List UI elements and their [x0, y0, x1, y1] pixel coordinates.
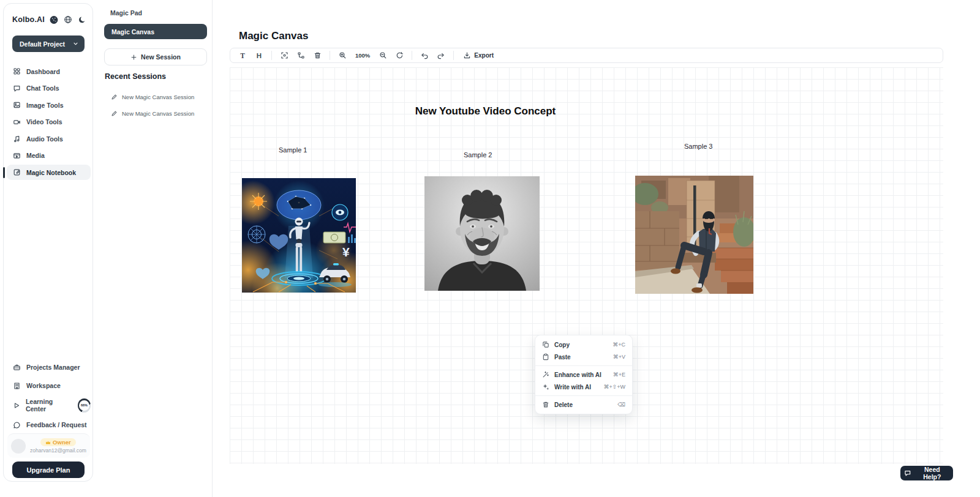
menu-item-label: Copy [554, 342, 570, 348]
sidebar-item-feedback[interactable]: Feedback / Request [7, 419, 91, 431]
dashboard-icon [13, 67, 21, 75]
sparkles-icon [542, 383, 549, 390]
upgrade-plan-button[interactable]: Upgrade Plan [12, 461, 85, 478]
paste-icon [542, 353, 549, 361]
context-menu-delete[interactable]: Delete ⌫ [535, 398, 632, 411]
sidebar-item-projects-manager[interactable]: Projects Manager [7, 361, 91, 373]
primary-sidebar: Kolbo.AI Default Project Dashboard Chat … [3, 3, 93, 482]
redo-icon [437, 51, 445, 59]
canvas-image-man-ruins[interactable] [635, 176, 753, 294]
brand-logo: Kolbo.AI [12, 15, 87, 24]
reset-view-button[interactable] [393, 50, 405, 61]
menu-item-shortcut: ⌘+⇧+W [603, 384, 625, 390]
role-badge: Owner [40, 438, 76, 446]
project-selector[interactable]: Default Project [12, 36, 85, 52]
sidebar-item-label: Audio Tools [26, 135, 63, 143]
building-icon [13, 382, 21, 390]
user-account-card[interactable]: Owner zoharvan12@gmail.com [7, 433, 90, 458]
tab-magic-pad[interactable]: Magic Pad [110, 9, 142, 17]
sidebar-item-label: Magic Notebook [26, 169, 76, 176]
menu-item-shortcut: ⌘+V [613, 354, 625, 360]
avatar [11, 439, 26, 454]
sidebar-item-learning-center[interactable]: Learning Center 66% [7, 397, 91, 413]
menu-divider [535, 365, 632, 366]
sidebar-item-dashboard[interactable]: Dashboard [7, 64, 91, 79]
new-session-button[interactable]: New Session [104, 48, 207, 65]
sidebar-item-audio-tools[interactable]: Audio Tools [7, 131, 91, 146]
capture-select-button[interactable] [278, 50, 290, 61]
need-help-label: Need Help? [915, 466, 949, 480]
context-menu-enhance-ai[interactable]: Enhance with AI ⌘+E [535, 368, 632, 381]
sidebar-item-label: Projects Manager [26, 364, 80, 371]
sidebar-item-label: Image Tools [26, 102, 63, 109]
play-icon [13, 402, 20, 409]
zoom-in-button[interactable] [336, 50, 349, 61]
context-menu-copy[interactable]: Copy ⌘+C [535, 338, 632, 351]
plus-icon [130, 54, 137, 61]
copy-icon [542, 341, 549, 348]
session-list-item[interactable]: New Magic Canvas Session [111, 108, 209, 118]
toolbar-divider [453, 51, 454, 60]
new-session-label: New Session [141, 53, 181, 61]
redo-button[interactable] [435, 50, 447, 61]
sidebar-item-label: Video Tools [26, 118, 62, 125]
sidebar-item-image-tools[interactable]: Image Tools [7, 97, 91, 113]
sidebar-item-video-tools[interactable]: Video Tools [7, 114, 91, 130]
feedback-icon [13, 421, 21, 429]
canvas-sample-label[interactable]: Sample 1 [279, 146, 307, 154]
globe-icon[interactable] [63, 15, 73, 24]
canvas-toolbar: T H 100% Export [230, 48, 943, 63]
rotate-reset-icon [396, 51, 404, 59]
heading-tool-button[interactable]: H [253, 50, 265, 61]
video-icon [13, 118, 21, 126]
canvas-image-ai-collage[interactable]: ¥ [242, 178, 356, 293]
zoom-level-display[interactable]: 100% [353, 52, 372, 59]
canvas-text-heading[interactable]: New Youtube Video Concept [377, 105, 594, 118]
need-help-button[interactable]: Need Help? [900, 466, 953, 480]
delete-tool-button[interactable] [311, 50, 323, 61]
context-menu: Copy ⌘+C Paste ⌘+V Enhance with AI ⌘+E W… [535, 335, 633, 414]
app-window: Kolbo.AI Default Project Dashboard Chat … [0, 0, 980, 497]
briefcase-icon [13, 364, 21, 372]
toolbar-divider [412, 51, 412, 60]
sidebar-item-workspace[interactable]: Workspace [7, 379, 91, 392]
flow-connector-icon [297, 51, 305, 59]
brand-name: Kolbo.AI [12, 15, 45, 24]
pencil-icon [111, 94, 118, 100]
toolbar-divider [330, 51, 330, 60]
connector-tool-button[interactable] [295, 50, 307, 61]
sidebar-item-label: Dashboard [26, 68, 60, 75]
menu-item-shortcut: ⌘+E [613, 372, 625, 378]
canvas-image-portrait[interactable] [424, 176, 540, 291]
dark-mode-moon-icon[interactable] [77, 15, 87, 24]
undo-button[interactable] [418, 50, 431, 61]
zoom-in-icon [339, 51, 347, 59]
learning-progress-value: 66% [79, 400, 89, 411]
sidebar-item-magic-notebook[interactable]: Magic Notebook [7, 165, 91, 180]
export-button[interactable]: Export [460, 51, 497, 59]
session-item-label: New Magic Canvas Session [122, 110, 194, 117]
menu-item-label: Paste [554, 354, 571, 361]
canvas-sample-label[interactable]: Sample 2 [464, 151, 492, 159]
active-item-accent [3, 167, 5, 178]
tab-magic-canvas[interactable]: Magic Canvas [104, 24, 207, 39]
menu-item-shortcut: ⌫ [617, 402, 625, 408]
session-list-item[interactable]: New Magic Canvas Session [111, 92, 209, 102]
media-icon [13, 152, 21, 160]
sidebar-item-chat-tools[interactable]: Chat Tools [7, 81, 91, 96]
chat-icon [13, 84, 21, 92]
session-item-label: New Magic Canvas Session [122, 94, 194, 100]
menu-item-label: Write with AI [554, 384, 591, 390]
zoom-out-button[interactable] [377, 50, 389, 61]
menu-item-label: Delete [554, 402, 573, 408]
audio-icon [13, 135, 21, 143]
text-tool-button[interactable]: T [236, 50, 249, 61]
sidebar-item-label: Media [26, 152, 45, 159]
context-menu-write-ai[interactable]: Write with AI ⌘+⇧+W [535, 381, 632, 393]
image-icon [13, 101, 21, 109]
canvas-sample-label[interactable]: Sample 3 [684, 143, 712, 150]
page-title: Magic Canvas [239, 30, 308, 42]
context-menu-paste[interactable]: Paste ⌘+V [535, 351, 632, 363]
sidebar-item-media[interactable]: Media [7, 148, 91, 163]
user-email: zoharvan12@gmail.com [30, 447, 86, 454]
